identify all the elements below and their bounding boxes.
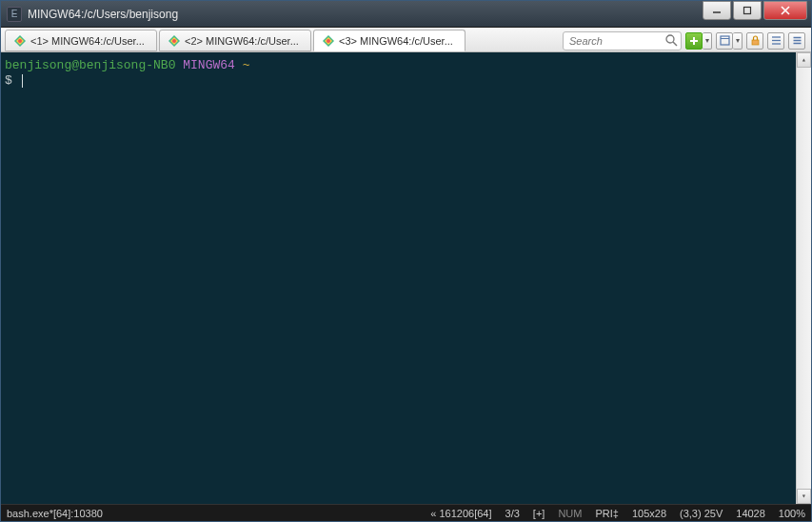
app-icon: E <box>7 7 22 22</box>
tabbar: <1> MINGW64:/c/User... <2> MINGW64:/c/Us… <box>1 28 811 52</box>
terminal-viewport[interactable]: benjisong@benjisong-NB0 MINGW64 ~ $ ▴ ▾ <box>1 52 811 504</box>
status-screens: 3/3 <box>505 508 520 519</box>
scroll-up-button[interactable]: ▴ <box>797 52 811 68</box>
tab-label: <2> MINGW64:/c/User... <box>185 35 299 47</box>
status-plus: [+] <box>533 508 545 519</box>
prompt-symbol: $ <box>5 73 12 88</box>
prompt-path: ~ <box>243 58 250 72</box>
minimize-icon <box>712 6 722 15</box>
search-icon <box>665 34 678 47</box>
prompt-line: benjisong@benjisong-NB0 MINGW64 ~ <box>5 58 807 73</box>
lock-icon <box>750 35 761 46</box>
input-line: $ <box>5 73 807 89</box>
scroll-down-button[interactable]: ▾ <box>797 489 811 504</box>
status-pri: PRI‡ <box>595 508 618 519</box>
tabbar-toolbar: ▾ ▾ <box>563 30 807 51</box>
lock-button[interactable] <box>746 32 763 50</box>
minimize-button[interactable] <box>703 1 731 20</box>
window-list-button[interactable] <box>716 32 733 50</box>
svg-line-15 <box>673 42 677 46</box>
svg-rect-18 <box>721 36 729 45</box>
svg-point-7 <box>18 39 22 43</box>
tab-2[interactable]: <2> MINGW64:/c/User... <box>159 30 311 51</box>
status-process: bash.exe*[64]:10380 <box>7 508 417 519</box>
text-cursor <box>22 74 23 88</box>
plus-icon <box>689 36 699 46</box>
terminal-tab-icon <box>13 34 27 48</box>
tab-1[interactable]: <1> MINGW64:/c/User... <box>5 30 157 51</box>
search-input[interactable] <box>563 31 682 50</box>
status-zoom: 100% <box>779 508 805 519</box>
status-size: 105x28 <box>632 508 666 519</box>
svg-rect-1 <box>744 8 751 14</box>
statusbar: bash.exe*[64]:10380 « 161206[64] 3/3 [+]… <box>1 504 811 521</box>
svg-point-13 <box>327 39 330 43</box>
terminal-tab-icon <box>168 34 181 48</box>
close-button[interactable] <box>763 1 807 20</box>
maximize-button[interactable] <box>733 1 762 20</box>
window-icon <box>720 35 730 46</box>
status-pid: 14028 <box>736 508 765 519</box>
scroll-track[interactable] <box>797 68 811 489</box>
tab-label: <1> MINGW64:/c/User... <box>30 35 145 47</box>
terminal-tab-icon <box>322 34 335 48</box>
window-controls <box>703 1 811 27</box>
titlebar[interactable]: E MINGW64:/c/Users/benjisong <box>1 1 811 28</box>
vertical-scrollbar[interactable]: ▴ ▾ <box>796 52 811 504</box>
svg-rect-20 <box>752 40 759 45</box>
status-encoding: « 161206[64] <box>430 508 491 519</box>
new-tab-button[interactable] <box>685 32 703 50</box>
tab-label: <3> MINGW64:/c/User... <box>339 35 453 47</box>
menu-button[interactable] <box>788 32 805 50</box>
list-view-button[interactable] <box>767 32 784 50</box>
window-title: MINGW64:/c/Users/benjisong <box>28 8 703 21</box>
list-icon <box>771 35 782 46</box>
svg-point-10 <box>172 39 176 43</box>
prompt-user-host: benjisong@benjisong-NB0 <box>5 58 175 72</box>
maximize-icon <box>743 6 752 15</box>
status-num: NUM <box>558 508 582 519</box>
svg-point-14 <box>666 35 674 43</box>
new-tab-dropdown[interactable]: ▾ <box>703 32 712 50</box>
window-list-dropdown[interactable]: ▾ <box>733 32 743 50</box>
search-box <box>563 31 682 50</box>
tab-3[interactable]: <3> MINGW64:/c/User... <box>313 30 465 51</box>
prompt-env: MINGW64 <box>183 58 235 72</box>
menu-icon <box>792 35 802 46</box>
app-window: E MINGW64:/c/Users/benjisong <1> MINGW64… <box>0 0 812 522</box>
status-cursor: (3,3) 25V <box>680 508 723 519</box>
close-icon <box>780 6 791 15</box>
